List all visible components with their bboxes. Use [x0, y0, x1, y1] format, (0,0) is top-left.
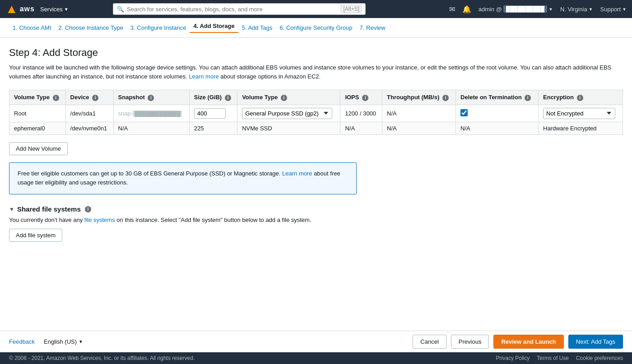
- table-row: Root /dev/sda1 snap-█████████████ Genera…: [9, 105, 623, 122]
- next-button[interactable]: Next: Add Tags: [568, 335, 623, 349]
- step3-link[interactable]: 3. Configure Instance: [127, 24, 190, 31]
- terms-link[interactable]: Terms of Use: [537, 355, 569, 361]
- size-info-icon[interactable]: i: [225, 95, 231, 101]
- page-footer: © 2008 - 2021, Amazon Web Services, Inc.…: [0, 352, 632, 364]
- support-menu[interactable]: Support ▼: [600, 6, 627, 13]
- row1-snapshot: snap-█████████████: [113, 105, 189, 122]
- nav-right: ✉ 🔔 admin @ ██████████ ▼ N. Virginia ▼ S…: [449, 5, 627, 14]
- free-tier-info-box: Free tier eligible customers can get up …: [9, 162, 357, 195]
- volume-type-info-icon[interactable]: i: [53, 95, 59, 101]
- learn-more-link[interactable]: Learn more: [189, 73, 218, 80]
- vol-type-select-row1[interactable]: General Purpose SSD (gp2) Provisioned IO…: [242, 108, 332, 119]
- step5-link[interactable]: 5. Add Tags: [238, 24, 276, 31]
- col-size: Size (GiB) i: [189, 90, 237, 105]
- top-navigation: ▲ aws Services ▼ 🔍 [Alt+S] ✉ 🔔 admin @ █…: [0, 0, 632, 18]
- row2-throughput: N/A: [382, 122, 456, 134]
- search-input[interactable]: [127, 6, 338, 13]
- collapse-icon[interactable]: ▼: [9, 206, 14, 212]
- shared-fs-description: You currently don't have any file system…: [9, 217, 623, 223]
- aws-logo-text: aws: [20, 5, 35, 13]
- snapshot-info-icon[interactable]: i: [148, 95, 154, 101]
- region-selector[interactable]: N. Virginia ▼: [560, 6, 593, 13]
- row1-device: /dev/sda1: [65, 105, 113, 122]
- row2-snapshot: N/A: [113, 122, 189, 134]
- col-encryption: Encryption i: [539, 90, 623, 105]
- user-label: admin @: [479, 6, 502, 13]
- cookies-link[interactable]: Cookie preferences: [576, 355, 623, 361]
- user-chevron-icon: ▼: [548, 7, 553, 12]
- size-input-row1[interactable]: [194, 108, 226, 119]
- user-account: ██████████: [503, 5, 547, 13]
- fixed-bottom: Feedback English (US) ▼ Cancel Previous …: [0, 331, 632, 364]
- aws-logo-icon: ▲: [5, 2, 18, 16]
- aws-logo: ▲ aws: [5, 2, 35, 16]
- storage-table: Volume Type i Device i Snapshot i Size (…: [9, 90, 623, 135]
- main-content: Step 4: Add Storage Your instance will b…: [0, 38, 632, 345]
- search-bar[interactable]: 🔍 [Alt+S]: [113, 3, 366, 15]
- step7-link[interactable]: 7. Review: [356, 24, 389, 31]
- throughput-info-icon[interactable]: i: [442, 95, 449, 101]
- delete-info-icon[interactable]: i: [525, 95, 531, 101]
- row2-iops: N/A: [340, 122, 382, 134]
- encryption-info-icon[interactable]: i: [577, 95, 583, 101]
- device-info-icon[interactable]: i: [92, 95, 98, 101]
- col-volume-type: Volume Type i: [9, 90, 66, 105]
- row1-size: [189, 105, 237, 122]
- row1-vol-type: General Purpose SSD (gp2) Provisioned IO…: [237, 105, 340, 122]
- row2-device: /dev/nvme0n1: [65, 122, 113, 134]
- file-systems-link[interactable]: file systems: [84, 217, 115, 223]
- search-icon: 🔍: [117, 6, 124, 13]
- row2-encryption: Hardware Encrypted: [539, 122, 623, 134]
- user-menu[interactable]: admin @ ██████████ ▼: [479, 5, 553, 13]
- row2-vol-type: NVMe SSD: [237, 122, 340, 134]
- feedback-bar: Feedback English (US) ▼ Cancel Previous …: [0, 331, 632, 352]
- services-button[interactable]: Services ▼: [40, 6, 69, 13]
- add-file-system-button[interactable]: Add file system: [9, 229, 62, 242]
- lang-chevron-icon: ▼: [79, 339, 83, 344]
- step6-link[interactable]: 6. Configure Security Group: [276, 24, 356, 31]
- row1-encryption: Not Encrypted aws/ebs (default) Custom K…: [539, 105, 623, 122]
- mail-icon[interactable]: ✉: [449, 5, 455, 14]
- table-row: ephemeral0 /dev/nvme0n1 N/A 225 NVMe SSD…: [9, 122, 623, 134]
- row2-size: 225: [189, 122, 237, 134]
- add-volume-button[interactable]: Add New Volume: [9, 142, 68, 155]
- col-snapshot: Snapshot i: [113, 90, 189, 105]
- lang-selector[interactable]: English (US) ▼: [44, 338, 83, 345]
- iops-info-icon[interactable]: i: [362, 95, 368, 101]
- footer-buttons: Cancel Previous Review and Launch Next: …: [92, 335, 623, 349]
- breadcrumb: 1. Choose AMI 2. Choose Instance Type 3.…: [0, 18, 632, 38]
- vol-type-info-icon[interactable]: i: [281, 95, 287, 101]
- page-description: Your instance will be launched with the …: [9, 63, 623, 81]
- services-chevron-icon: ▼: [64, 7, 69, 12]
- col-delete: Delete on Termination i: [456, 90, 539, 105]
- copyright-text: © 2008 - 2021, Amazon Web Services, Inc.…: [9, 355, 195, 361]
- row1-iops: 1200 / 3000: [340, 105, 382, 122]
- col-device: Device i: [65, 90, 113, 105]
- page-title: Step 4: Add Storage: [9, 47, 623, 59]
- row1-delete: [456, 105, 539, 122]
- encryption-select-row1[interactable]: Not Encrypted aws/ebs (default) Custom K…: [543, 108, 615, 119]
- shared-fs-info-icon[interactable]: i: [85, 206, 91, 212]
- row2-volume-type: ephemeral0: [9, 122, 66, 134]
- bell-icon[interactable]: 🔔: [462, 5, 471, 14]
- previous-button[interactable]: Previous: [451, 335, 489, 349]
- col-throughput: Throughput (MB/s) i: [382, 90, 456, 105]
- support-chevron-icon: ▼: [622, 7, 627, 12]
- row1-throughput: N/A: [382, 105, 456, 122]
- search-shortcut: [Alt+S]: [341, 5, 362, 13]
- row1-volume-type: Root: [9, 105, 66, 122]
- shared-fs-header: ▼ Shared file systems i: [9, 205, 623, 213]
- cancel-button[interactable]: Cancel: [413, 335, 446, 349]
- delete-checkbox-row1[interactable]: [460, 109, 468, 116]
- step4-active: 4. Add Storage: [190, 23, 238, 33]
- review-launch-button[interactable]: Review and Launch: [493, 335, 563, 349]
- shared-fs-title: Shared file systems: [17, 205, 81, 213]
- privacy-link[interactable]: Privacy Policy: [496, 355, 530, 361]
- feedback-link[interactable]: Feedback: [9, 338, 35, 345]
- col-vol-type: Volume Type i: [237, 90, 340, 105]
- step2-link[interactable]: 2. Choose Instance Type: [55, 24, 127, 31]
- step1-link[interactable]: 1. Choose AMI: [9, 24, 55, 31]
- col-iops: IOPS i: [340, 90, 382, 105]
- free-tier-learn-more-link[interactable]: Learn more: [282, 170, 312, 177]
- region-chevron-icon: ▼: [589, 7, 593, 12]
